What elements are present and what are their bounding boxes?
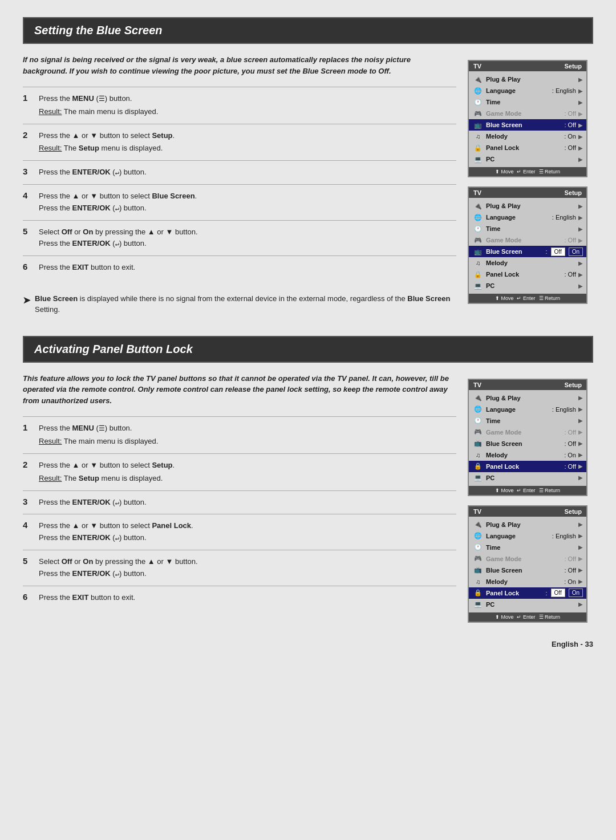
s2-step-6: 6 Press the EXIT button to exit. bbox=[23, 586, 456, 609]
section2-intro: This feature allows you to lock the TV p… bbox=[23, 373, 456, 407]
s2-step-content-2: Press the ▲ or ▼ button to select Setup.… bbox=[39, 454, 456, 491]
menu2-row-bluescreen: 📺 Blue Screen : Off On bbox=[469, 246, 586, 257]
step-content-2: Press the ▲ or ▼ button to select Setup.… bbox=[39, 124, 456, 161]
s2menu2-row-time: 🕐 Time ▶ bbox=[469, 542, 586, 553]
step-6: 6 Press the EXIT button to exit. bbox=[23, 256, 456, 279]
panellock-icon2: 🔒 bbox=[472, 270, 484, 279]
section1-menu2: TV Setup 🔌 Plug & Play ▶ 🌐 Language : En… bbox=[468, 186, 587, 304]
bluescreen-icon: 📺 bbox=[472, 120, 484, 129]
menu1-row-bluescreen: 📺 Blue Screen : Off ▶ bbox=[469, 119, 586, 131]
language-icon: 🌐 bbox=[472, 86, 484, 95]
panel-lock-off-option: Off bbox=[551, 589, 565, 597]
s2-step-3: 3 Press the ENTER/OK (↵) button. bbox=[23, 490, 456, 514]
s2menu1-body: 🔌 Plug & Play ▶ 🌐 Language : English ▶ 🕐… bbox=[469, 390, 586, 486]
step-5: 5 Select Off or On by pressing the ▲ or … bbox=[23, 220, 456, 256]
panellock-icon: 🔒 bbox=[472, 143, 484, 152]
s2menu2-row-panellock: 🔒 Panel Lock : Off On bbox=[469, 587, 586, 599]
step-content-3: Press the ENTER/OK (↵) button. bbox=[39, 161, 456, 185]
menu1-setup-label: Setup bbox=[564, 63, 582, 70]
step-3: 3 Press the ENTER/OK (↵) button. bbox=[23, 161, 456, 185]
section2-left: This feature allows you to lock the TV p… bbox=[23, 373, 468, 623]
menu1-row-panellock: 🔒 Panel Lock : Off ▶ bbox=[469, 142, 586, 153]
s2plug-icon: 🔌 bbox=[472, 393, 484, 403]
s2melody-icon2: ♫ bbox=[472, 577, 484, 586]
language-label: Language bbox=[486, 87, 550, 94]
s2language-icon2: 🌐 bbox=[472, 531, 484, 541]
s2-step-content-3: Press the ENTER/OK (↵) button. bbox=[39, 490, 456, 514]
section2-menu2: TV Setup 🔌 Plug & Play ▶ 🌐 Language : En… bbox=[468, 505, 587, 623]
menu2-setup-label: Setup bbox=[564, 189, 582, 196]
s2-step-num-6: 6 bbox=[23, 586, 39, 609]
s2menu2-row-gamemode: 🎮 Game Mode : Off ▶ bbox=[469, 553, 586, 565]
menu2-header: TV Setup bbox=[469, 188, 586, 198]
step-num-6: 6 bbox=[23, 256, 39, 279]
s2menu2-body: 🔌 Plug & Play ▶ 🌐 Language : English ▶ 🕐… bbox=[469, 517, 586, 612]
s2menu2-header: TV Setup bbox=[469, 506, 586, 517]
s2menu1-header: TV Setup bbox=[469, 380, 586, 390]
s2menu2-tv-label: TV bbox=[473, 508, 481, 515]
s2menu2-row-bluescreen: 📺 Blue Screen : Off ▶ bbox=[469, 565, 586, 576]
s2-step-1: 1 Press the MENU (☰) button. Result: The… bbox=[23, 417, 456, 454]
s2menu1-row-language: 🌐 Language : English ▶ bbox=[469, 404, 586, 415]
section2-right: TV Setup 🔌 Plug & Play ▶ 🌐 Language : En… bbox=[468, 373, 593, 623]
step-content-6: Press the EXIT button to exit. bbox=[39, 256, 456, 279]
section2-steps: 1 Press the MENU (☰) button. Result: The… bbox=[23, 416, 456, 609]
time-icon2: 🕐 bbox=[472, 224, 484, 233]
time-label: Time bbox=[486, 99, 576, 105]
menu2-row-panellock: 🔒 Panel Lock : Off ▶ bbox=[469, 269, 586, 280]
step-num-3: 3 bbox=[23, 161, 39, 185]
step-content-1: Press the MENU (☰) button. Result: The m… bbox=[39, 87, 456, 124]
section1-right: TV Setup 🔌 Plug & Play ▶ 🌐 Language : En… bbox=[468, 54, 593, 320]
bluescreen-label: Blue Screen bbox=[486, 121, 562, 128]
s2menu1-row-panellock: 🔒 Panel Lock : Off ▶ bbox=[469, 461, 586, 472]
s2menu2-setup-label: Setup bbox=[564, 508, 582, 515]
bluescreen-icon2: 📺 bbox=[472, 247, 484, 256]
s2plug-icon2: 🔌 bbox=[472, 520, 484, 529]
s2gamemode-icon2: 🎮 bbox=[472, 554, 484, 563]
step-num-4: 4 bbox=[23, 184, 39, 220]
menu2-row-pc: 💻 PC ▶ bbox=[469, 280, 586, 291]
s2menu1-row-pc: 💻 PC ▶ bbox=[469, 472, 586, 484]
s2menu1-setup-label: Setup bbox=[564, 382, 582, 388]
s2-step-num-4: 4 bbox=[23, 514, 39, 550]
s2-step-content-5: Select Off or On by pressing the ▲ or ▼ … bbox=[39, 550, 456, 586]
menu1-row-time: 🕐 Time ▶ bbox=[469, 96, 586, 108]
s2menu2-row-pc: 💻 PC ▶ bbox=[469, 599, 586, 610]
panel-lock-on-option: On bbox=[569, 589, 583, 597]
blue-screen-on-option: On bbox=[569, 247, 583, 256]
menu2-row-language: 🌐 Language : English ▶ bbox=[469, 212, 586, 223]
menu2-row-time: 🕐 Time ▶ bbox=[469, 223, 586, 234]
section2: Activating Panel Button Lock This featur… bbox=[23, 336, 593, 623]
s2time-icon2: 🕐 bbox=[472, 543, 484, 552]
s2-step-content-1: Press the MENU (☰) button. Result: The m… bbox=[39, 417, 456, 454]
note-text: Blue Screen is displayed while there is … bbox=[35, 293, 456, 315]
section1-left: If no signal is being received or the si… bbox=[23, 54, 468, 320]
menu1-footer: ⬆ Move ↵ Enter ☰ Return bbox=[469, 167, 586, 176]
s2-step-content-4: Press the ▲ or ▼ button to select Panel … bbox=[39, 514, 456, 550]
menu1-row-language: 🌐 Language : English ▶ bbox=[469, 85, 586, 96]
s2menu1-row-plug: 🔌 Plug & Play ▶ bbox=[469, 392, 586, 404]
page-number: English - 33 bbox=[552, 640, 593, 648]
step-num-2: 2 bbox=[23, 124, 39, 161]
s2menu1-row-time: 🕐 Time ▶ bbox=[469, 415, 586, 427]
s2menu1-footer: ⬆ Move ↵ Enter ☰ Return bbox=[469, 486, 586, 495]
note-arrow-icon: ➤ bbox=[23, 294, 30, 315]
section1: Setting the Blue Screen If no signal is … bbox=[23, 17, 593, 320]
melody-icon2: ♫ bbox=[472, 258, 484, 267]
step-num-1: 1 bbox=[23, 87, 39, 124]
menu2-footer: ⬆ Move ↵ Enter ☰ Return bbox=[469, 294, 586, 303]
step-1: 1 Press the MENU (☰) button. Result: The… bbox=[23, 87, 456, 124]
menu2-row-melody: ♫ Melody ▶ bbox=[469, 257, 586, 269]
s2menu1-row-bluescreen: 📺 Blue Screen : Off ▶ bbox=[469, 438, 586, 449]
panellock-label: Panel Lock bbox=[486, 144, 562, 151]
s2melody-icon: ♫ bbox=[472, 451, 484, 460]
gamemode-label: Game Mode bbox=[486, 110, 562, 117]
menu1-row-melody: ♫ Melody : On ▶ bbox=[469, 131, 586, 142]
menu2-row-plug: 🔌 Plug & Play ▶ bbox=[469, 200, 586, 212]
s2bluescreen-icon2: 📺 bbox=[472, 566, 484, 575]
menu2-tv-label: TV bbox=[473, 189, 481, 196]
s2pc-icon: 💻 bbox=[472, 473, 484, 482]
section1-intro: If no signal is being received or the si… bbox=[23, 54, 456, 76]
menu2-body: 🔌 Plug & Play ▶ 🌐 Language : English ▶ 🕐… bbox=[469, 198, 586, 294]
s2menu2-row-plug: 🔌 Plug & Play ▶ bbox=[469, 519, 586, 530]
